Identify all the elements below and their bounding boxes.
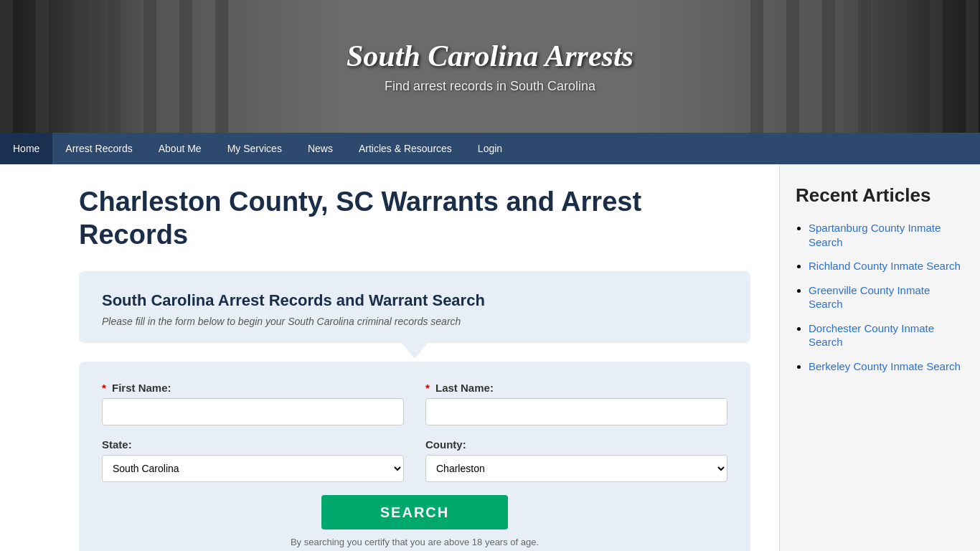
nav-item-login[interactable]: Login	[465, 133, 515, 164]
sidebar-link-berkeley[interactable]: Berkeley County Inmate Search	[809, 360, 961, 372]
hero-right-decoration	[750, 0, 980, 133]
state-group: State: South Carolina	[102, 438, 404, 482]
sidebar: Recent Articles Spartanburg County Inmat…	[779, 164, 980, 551]
search-box-title: South Carolina Arrest Records and Warran…	[102, 291, 727, 310]
last-name-input[interactable]	[425, 398, 727, 425]
nav-item-articles[interactable]: Articles & Resources	[346, 133, 465, 164]
sidebar-link-spartanburg[interactable]: Spartanburg County Inmate Search	[809, 222, 941, 248]
list-item: Greenville County Inmate Search	[809, 283, 964, 311]
county-label: County:	[425, 438, 727, 451]
county-group: County: Charleston	[425, 438, 727, 482]
last-name-required: *	[425, 382, 430, 394]
list-item: Dorchester County Inmate Search	[809, 321, 964, 349]
last-name-group: * Last Name:	[425, 382, 727, 425]
arrow-pointer	[402, 343, 428, 359]
first-name-required: *	[102, 382, 106, 394]
state-label: State:	[102, 438, 404, 451]
search-button[interactable]: SEARCH	[321, 495, 508, 529]
nav-item-arrest-records[interactable]: Arrest Records	[52, 133, 145, 164]
sidebar-link-richland[interactable]: Richland County Inmate Search	[809, 260, 961, 272]
hero-header: South Carolina Arrests Find arrest recor…	[0, 0, 980, 133]
name-row: * First Name: * Last Name:	[102, 382, 727, 425]
sidebar-link-dorchester[interactable]: Dorchester County Inmate Search	[809, 322, 934, 349]
list-item: Richland County Inmate Search	[809, 259, 964, 273]
form-disclaimer: By searching you certify that you are ab…	[102, 537, 727, 547]
first-name-group: * First Name:	[102, 382, 404, 425]
search-header-box: South Carolina Arrest Records and Warran…	[79, 271, 750, 343]
site-subtitle: Find arrest records in South Carolina	[385, 79, 595, 94]
nav-item-services[interactable]: My Services	[215, 133, 295, 164]
search-form-area: * First Name: * Last Name: State:	[79, 362, 750, 551]
first-name-label: * First Name:	[102, 382, 404, 394]
search-box-subtitle: Please fill in the form below to begin y…	[102, 316, 727, 327]
first-name-input[interactable]	[102, 398, 404, 425]
nav-item-news[interactable]: News	[295, 133, 346, 164]
list-item: Spartanburg County Inmate Search	[809, 221, 964, 249]
list-item: Berkeley County Inmate Search	[809, 359, 964, 374]
hero-left-decoration	[0, 0, 230, 133]
sidebar-title: Recent Articles	[796, 184, 964, 207]
county-select[interactable]: Charleston	[425, 455, 727, 482]
page-title: Charleston County, SC Warrants and Arres…	[79, 186, 750, 251]
state-select[interactable]: South Carolina	[102, 455, 404, 482]
nav-item-about-me[interactable]: About Me	[146, 133, 215, 164]
sidebar-link-greenville[interactable]: Greenville County Inmate Search	[809, 284, 930, 311]
site-title: South Carolina Arrests	[347, 39, 633, 73]
location-row: State: South Carolina County: Charleston	[102, 438, 727, 482]
nav-item-home[interactable]: Home	[0, 133, 52, 164]
main-content: Charleston County, SC Warrants and Arres…	[0, 164, 779, 551]
last-name-label: * Last Name:	[425, 382, 727, 394]
page-wrapper: Charleston County, SC Warrants and Arres…	[0, 164, 980, 551]
sidebar-article-list: Spartanburg County Inmate Search Richlan…	[796, 221, 964, 373]
main-nav: Home Arrest Records About Me My Services…	[0, 133, 980, 164]
